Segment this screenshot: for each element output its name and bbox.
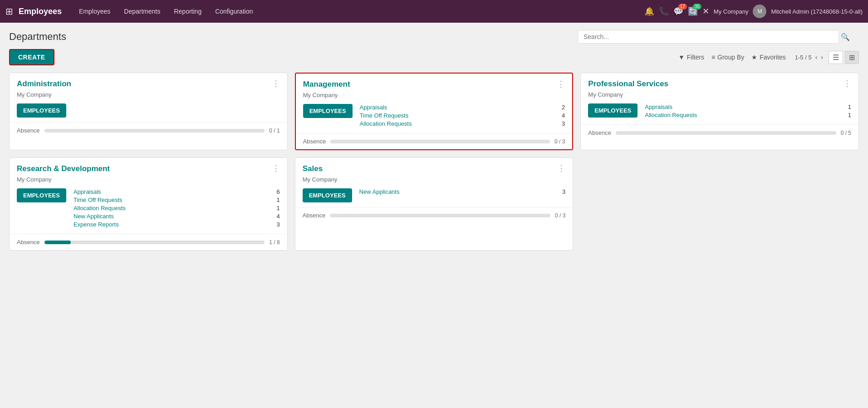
stat-value: 3 — [276, 221, 280, 228]
stat-label[interactable]: Time Off Requests — [360, 112, 409, 119]
stat-label[interactable]: Time Off Requests — [74, 197, 123, 203]
prev-page-button[interactable]: ‹ — [815, 54, 818, 61]
dept-card-management: Management ⋮ My Company EMPLOYEES Apprai… — [295, 73, 574, 150]
card-company: My Company — [10, 176, 287, 183]
stat-value: 4 — [562, 112, 565, 119]
updates-badge: 35 — [693, 4, 701, 10]
stat-row: Appraisals 1 — [645, 103, 851, 110]
card-body: EMPLOYEES Appraisals 1 Allocation Reques… — [581, 103, 858, 124]
stat-label[interactable]: Appraisals — [360, 104, 387, 111]
stat-label[interactable]: Allocation Requests — [360, 120, 412, 127]
card-company: My Company — [10, 91, 287, 98]
kanban-view-button[interactable]: ⊞ — [845, 51, 859, 64]
filter-controls: ▼ Filters ≡ Group By ★ Favorites — [678, 54, 786, 61]
employees-button[interactable]: EMPLOYEES — [303, 104, 353, 118]
card-title[interactable]: Professional Services — [588, 79, 668, 88]
absence-text: 0 / 5 — [841, 130, 851, 136]
groupby-button[interactable]: ≡ Group By — [711, 54, 744, 61]
card-stats: Appraisals 6 Time Off Requests 1 Allocat… — [74, 188, 280, 229]
stat-value: 1 — [276, 197, 280, 203]
card-header: Sales ⋮ — [295, 158, 573, 175]
absence-text: 0 / 1 — [269, 128, 280, 134]
dept-card-administration: Administration ⋮ My Company EMPLOYEES Ab… — [9, 73, 288, 150]
app-brand: Employees — [19, 7, 62, 16]
absence-label: Absence — [588, 129, 611, 136]
close-icon[interactable]: ✕ — [702, 6, 709, 16]
bell-icon[interactable]: 🔔 — [644, 6, 654, 16]
stat-value: 4 — [276, 213, 280, 220]
card-stats: New Applicants 3 — [359, 188, 566, 197]
card-footer: Absence 0 / 3 — [295, 207, 573, 223]
stat-row: Time Off Requests 1 — [74, 197, 280, 203]
employees-button[interactable]: EMPLOYEES — [588, 103, 638, 118]
groupby-icon: ≡ — [711, 54, 715, 61]
company-selector[interactable]: My Company — [714, 8, 749, 15]
favorites-button[interactable]: ★ Favorites — [751, 54, 786, 61]
nav-departments[interactable]: Departments — [118, 5, 167, 18]
list-view-button[interactable]: ☰ — [829, 51, 843, 64]
stat-label[interactable]: Appraisals — [74, 188, 101, 195]
filter-icon: ▼ — [678, 54, 685, 61]
stat-label[interactable]: Expense Reports — [74, 221, 119, 228]
card-company: My Company — [581, 91, 858, 98]
create-button[interactable]: CREATE — [9, 49, 54, 65]
page-header: Departments 🔍 — [9, 30, 859, 44]
card-body: EMPLOYEES Appraisals 2 Time Off Requests… — [296, 104, 573, 133]
card-title[interactable]: Management — [303, 80, 350, 89]
avatar[interactable]: M — [753, 5, 766, 18]
absence-progress-fill — [44, 241, 71, 244]
card-menu-icon[interactable]: ⋮ — [557, 80, 565, 88]
absence-progress-bar — [44, 241, 265, 244]
updates-icon[interactable]: 🔄 35 — [688, 6, 698, 16]
stat-label[interactable]: New Applicants — [359, 188, 400, 195]
card-title[interactable]: Research & Development — [17, 164, 110, 173]
card-body: EMPLOYEES New Applicants 3 — [295, 188, 573, 207]
employees-button[interactable]: EMPLOYEES — [17, 103, 66, 118]
nav-right: 🔔 📞 💬 17 🔄 35 ✕ My Company M Mitchell Ad… — [644, 5, 863, 18]
absence-label: Absence — [17, 127, 40, 134]
card-title[interactable]: Administration — [17, 79, 71, 88]
card-footer: Absence 1 / 8 — [10, 234, 287, 250]
nav-reporting[interactable]: Reporting — [167, 5, 208, 18]
stat-row: Allocation Requests 3 — [360, 120, 565, 127]
card-menu-icon[interactable]: ⋮ — [272, 164, 280, 172]
pagination: 1-5 / 5 ‹ › — [795, 54, 823, 61]
top-navigation: ⊞ Employees Employees Departments Report… — [0, 0, 868, 23]
employees-button[interactable]: EMPLOYEES — [17, 188, 66, 202]
employees-button[interactable]: EMPLOYEES — [303, 188, 352, 202]
absence-progress-bar — [616, 131, 836, 135]
app-grid-icon[interactable]: ⊞ — [5, 6, 13, 17]
nav-configuration[interactable]: Configuration — [209, 5, 259, 18]
search-button[interactable]: 🔍 — [841, 33, 850, 41]
absence-label: Absence — [17, 239, 40, 246]
chat-icon[interactable]: 💬 17 — [673, 6, 683, 16]
stat-label[interactable]: New Applicants — [74, 213, 114, 220]
card-menu-icon[interactable]: ⋮ — [557, 164, 565, 172]
stat-label[interactable]: Allocation Requests — [74, 205, 126, 211]
card-header: Administration ⋮ — [10, 73, 287, 90]
card-menu-icon[interactable]: ⋮ — [272, 79, 280, 88]
filters-button[interactable]: ▼ Filters — [678, 54, 704, 61]
stat-row: Appraisals 6 — [74, 188, 280, 195]
chat-badge: 17 — [678, 4, 687, 10]
card-footer: Absence 0 / 3 — [296, 133, 573, 149]
absence-text: 0 / 3 — [554, 138, 565, 145]
card-header: Research & Development ⋮ — [10, 158, 287, 175]
next-page-button[interactable]: › — [821, 54, 823, 61]
absence-label: Absence — [303, 212, 326, 219]
stat-row: New Applicants 4 — [74, 213, 280, 220]
search-input[interactable] — [578, 30, 839, 44]
view-toggle: ☰ ⊞ — [829, 51, 859, 64]
stat-row: Expense Reports 3 — [74, 221, 280, 228]
nav-employees[interactable]: Employees — [73, 5, 117, 18]
page-title: Departments — [9, 31, 66, 43]
stat-label[interactable]: Appraisals — [645, 103, 672, 110]
phone-icon[interactable]: 📞 — [659, 6, 669, 16]
stat-row: Time Off Requests 4 — [360, 112, 565, 119]
card-menu-icon[interactable]: ⋮ — [843, 79, 851, 88]
card-header: Management ⋮ — [296, 74, 573, 91]
stat-row: New Applicants 3 — [359, 188, 566, 195]
stat-label[interactable]: Allocation Requests — [645, 112, 697, 118]
card-stats: Appraisals 2 Time Off Requests 4 Allocat… — [360, 104, 565, 128]
card-title[interactable]: Sales — [303, 164, 323, 173]
